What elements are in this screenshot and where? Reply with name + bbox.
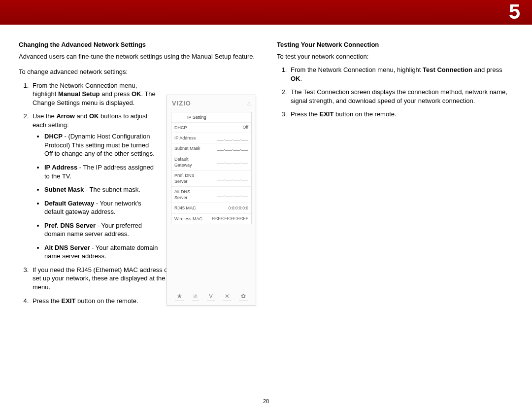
bold-text: Alt DNS Server <box>44 244 90 251</box>
screen-icon: ⎚ <box>192 292 199 301</box>
bold-text: IP Address <box>44 164 77 171</box>
device-footer: ★ ⎚ V ✕ ✿ <box>167 292 256 301</box>
device-row-gateway: Default Gateway___.___.___.___ <box>171 154 251 171</box>
right-step-3: Press the EXIT button on the remote. <box>289 110 513 119</box>
row-value: ___.___.___.___ <box>217 159 248 165</box>
row-label: Subnet Mask <box>174 145 200 151</box>
bold-text: Default Gateway <box>44 200 94 207</box>
gear-icon: ✿ <box>239 292 248 301</box>
text: and press <box>100 90 132 98</box>
close-icon: ✕ <box>223 292 232 301</box>
left-step-1: From the Network Connection menu, highli… <box>31 81 159 107</box>
device-row-subnet: Subnet Mask___.___.___.___ <box>171 143 251 154</box>
left-column: Changing the Advanced Network Settings A… <box>19 40 255 310</box>
left-lead: To change advanced network settings: <box>19 68 255 76</box>
row-value: ___.___.___.___ <box>217 175 248 181</box>
bold-text: EXIT <box>320 110 334 118</box>
bold-text: EXIT <box>62 297 76 305</box>
bold-text: Subnet Mask <box>44 186 84 193</box>
bullet-gateway: Default Gateway - Your network's default… <box>44 199 158 216</box>
text: . <box>300 75 302 82</box>
home-icon: ⌂ <box>247 100 251 107</box>
device-row-wireless: Wireless MACFF:FF:FF:FF:FF:FF <box>171 214 251 224</box>
right-steps: From the Network Connection menu, highli… <box>277 66 513 119</box>
text: button on the remote. <box>75 297 138 305</box>
device-row-ip: IP Address___.___.___.___ <box>171 133 251 143</box>
bold-text: DHCP <box>44 133 63 140</box>
device-row-altdns: Alt DNS Server___.___.___.___ <box>171 187 251 203</box>
page-number: 28 <box>0 398 532 404</box>
text: - The subnet mask. <box>84 186 140 193</box>
text: Use the <box>33 112 56 120</box>
row-label: RJ45 MAC <box>174 205 196 211</box>
device-row-prefdns: Pref. DNS Server___.___.___.___ <box>171 171 251 187</box>
right-lead: To test your network connection: <box>277 52 513 61</box>
row-label: Pref. DNS Server <box>174 172 204 184</box>
header-bar: 5 <box>0 0 532 25</box>
row-value: ___.___.___.___ <box>217 146 248 151</box>
row-label: Wireless MAC <box>174 216 202 222</box>
right-section-title: Testing Your Network Connection <box>277 40 513 49</box>
bullet-alt-dns: Alt DNS Server - Your alternate domain n… <box>44 243 159 261</box>
row-value: FF:FF:FF:FF:FF:FF <box>212 216 248 221</box>
vizio-logo: VIZIO <box>172 99 191 108</box>
row-value: 0:0:0:0:0:0 <box>229 206 248 211</box>
row-value: Off <box>243 125 248 130</box>
bold-text: Pref. DNS Server <box>44 222 96 229</box>
text: Press the <box>33 297 62 305</box>
right-step-2: The Test Connection screen displays the … <box>289 88 513 105</box>
device-row-dhcp: DHCPOff <box>171 123 251 133</box>
row-value: ___.___.___.___ <box>217 192 248 198</box>
v-icon: V <box>207 292 215 301</box>
right-step-1: From the Network Connection menu, highli… <box>289 66 513 83</box>
row-value: ___.___.___.___ <box>217 136 248 141</box>
chapter-number: 5 <box>509 0 520 24</box>
left-step-2: Use the Arrow and OK buttons to adjust e… <box>31 112 159 261</box>
text: and press <box>472 66 502 73</box>
bold-text: OK <box>89 112 99 120</box>
device-list-title: IP Setting <box>171 112 251 123</box>
bold-text: Arrow <box>56 112 75 120</box>
left-section-title: Changing the Advanced Network Settings <box>19 40 255 49</box>
text: button on the remote. <box>333 110 396 118</box>
bold-text: OK <box>291 75 300 82</box>
bullet-subnet: Subnet Mask - The subnet mask. <box>44 185 158 194</box>
left-intro: Advanced users can fine-tune the network… <box>19 52 255 61</box>
row-label: DHCP <box>174 125 187 131</box>
device-list: IP Setting DHCPOff IP Address___.___.___… <box>171 112 252 224</box>
row-label: Alt DNS Server <box>174 189 204 201</box>
device-header: VIZIO ⌂ <box>167 95 256 112</box>
bold-text: Manual Setup <box>58 90 100 98</box>
star-icon: ★ <box>175 292 184 301</box>
device-row-rj45: RJ45 MAC0:0:0:0:0:0 <box>171 203 251 213</box>
row-label: Default Gateway <box>174 156 204 168</box>
bold-text: OK <box>132 90 141 98</box>
device-screenshot: VIZIO ⌂ IP Setting DHCPOff IP Address___… <box>166 95 256 306</box>
right-column: Testing Your Network Connection To test … <box>277 40 513 310</box>
bullet-dhcp: DHCP - (Dynamic Host Configuration Proto… <box>44 132 158 158</box>
row-label: IP Address <box>174 135 196 141</box>
text: Press the <box>291 110 320 118</box>
bullet-pref-dns: Pref. DNS Server - Your preferred domain… <box>44 221 158 239</box>
bold-text: Test Connection <box>423 66 472 73</box>
bullet-ip: IP Address - The IP address assigned to … <box>44 163 158 180</box>
page-content: Changing the Advanced Network Settings A… <box>0 25 532 310</box>
settings-bullets: DHCP - (Dynamic Host Configuration Proto… <box>33 132 159 261</box>
text: From the Network Connection menu, highli… <box>291 66 423 73</box>
text: and <box>75 112 89 120</box>
